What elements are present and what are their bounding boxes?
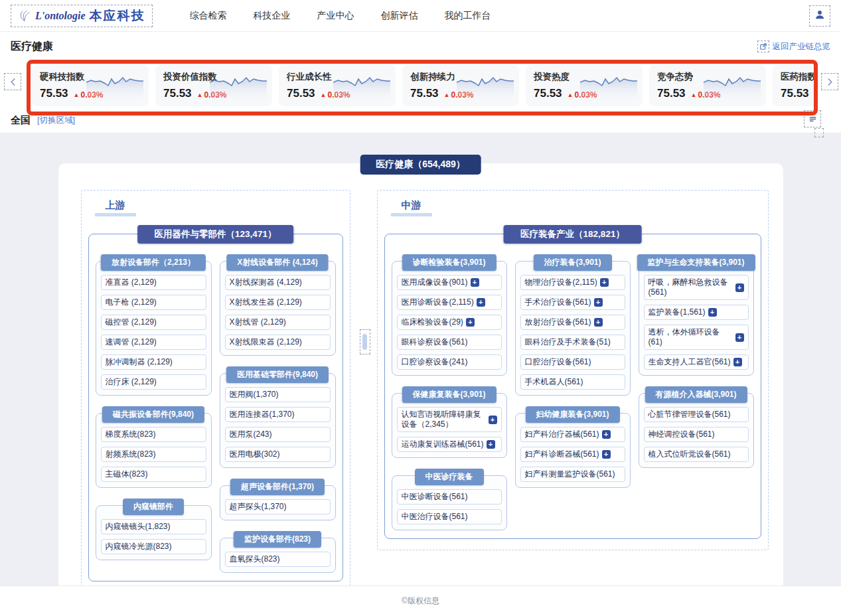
nav-menu-item[interactable]: 我的工作台 (445, 10, 491, 22)
chain-item[interactable]: 医用连接器(1,370) (225, 407, 331, 422)
chain-item[interactable]: X射线发生器 (2,129) (225, 295, 331, 310)
expand-icon[interactable]: + (466, 318, 475, 327)
chain-item[interactable]: 妇产科诊断器械(561)+ (520, 447, 625, 462)
nav-menu-item[interactable]: 产业中心 (317, 10, 354, 22)
expand-icon[interactable]: + (735, 333, 744, 342)
chain-item[interactable]: 内窥镜镜头(1,823) (101, 519, 206, 534)
chain-item[interactable]: 医用诊断设备(2,115)+ (397, 295, 502, 310)
chain-item[interactable]: 速调管 (2,129) (101, 335, 206, 350)
expand-icon[interactable]: + (471, 278, 479, 287)
metrics-scroll-left-button[interactable] (4, 73, 21, 90)
category-badge[interactable]: 治疗装备(3,901) (533, 254, 611, 271)
category-badge[interactable]: 监护与生命支持装备(3,901) (637, 254, 755, 271)
chain-item[interactable]: 医用泵(243) (225, 427, 331, 442)
chain-item[interactable]: 妇产科治疗器械(561)+ (520, 427, 625, 442)
category-badge[interactable]: 超声设备部件(1,370) (230, 479, 325, 495)
chain-item[interactable]: X射线探测器 (4,129) (225, 275, 331, 290)
chain-item[interactable]: 认知言语视听障碍康复设备（2,345）+ (397, 407, 502, 432)
chain-item[interactable]: 口腔治疗设备(561) (520, 354, 625, 370)
category-badge[interactable]: 诊断检验装备(3,901) (402, 254, 496, 271)
chain-item[interactable]: 电子枪 (2,129) (101, 295, 206, 310)
chain-item[interactable]: 射频系统(823) (101, 447, 206, 462)
chain-item[interactable]: 透析，体外循环设备(61)+ (644, 325, 749, 350)
metric-card[interactable]: 创新持续力75.53▲0.03% (402, 65, 519, 106)
chain-item[interactable]: X射线限束器 (2,129) (225, 335, 331, 350)
metrics-scroll-right-button[interactable] (821, 73, 838, 90)
chain-item[interactable]: 内窥镜冷光源(823) (101, 539, 206, 554)
chain-item-label: 超声探头(1,370) (230, 502, 287, 512)
category-badge[interactable]: 放射设备部件（2,213） (101, 254, 206, 271)
chain-item[interactable]: 放射治疗设备(561)+ (520, 315, 625, 330)
legend-toggle-button[interactable] (804, 110, 821, 127)
chain-item[interactable]: 呼吸，麻醉和急救设备(561)+ (644, 275, 749, 300)
chain-item[interactable]: 心脏节律管理设备(561) (644, 407, 749, 422)
category-badge[interactable]: 妇幼健康装备(3,901) (525, 406, 619, 423)
nav-menu-item[interactable]: 综合检索 (190, 10, 227, 22)
category-badge[interactable]: X射线设备部件 (4,124) (226, 254, 328, 271)
switch-region-link[interactable]: [切换区域] (37, 115, 75, 126)
category-badge[interactable]: 内窥镜部件 (123, 499, 184, 515)
nav-menu-item[interactable]: 创新评估 (381, 10, 418, 22)
chain-item[interactable]: 主磁体(823) (101, 467, 206, 482)
chain-item[interactable]: 中医诊断设备(561) (397, 489, 502, 504)
category-box: 监护设备部件(823)血氧探头(823) (220, 538, 336, 573)
chain-item[interactable]: 超声探头(1,370) (225, 499, 331, 514)
metric-card[interactable]: 行业成长性75.53▲0.03% (279, 65, 396, 106)
chain-item[interactable]: 中医治疗设备(561) (397, 509, 502, 524)
chain-item[interactable]: 妇产科测量监护设备(561) (520, 467, 625, 482)
chain-item[interactable]: 植入式位听觉设备(561) (644, 447, 749, 462)
category-badge[interactable]: 监护设备部件(823) (234, 531, 321, 548)
expand-icon[interactable]: + (489, 416, 497, 424)
chain-item[interactable]: 医用电极(302) (225, 447, 331, 462)
expand-icon[interactable]: + (477, 298, 485, 307)
chain-item[interactable]: X射线管 (2,129) (225, 315, 331, 330)
metric-card[interactable]: 医药指数75.53▲0.03% (773, 65, 818, 106)
metric-card[interactable]: 投资价值指数75.53▲0.03% (155, 65, 272, 106)
chain-item[interactable]: 临床检验设备(29)+ (397, 315, 502, 330)
chain-item[interactable]: 眼科治疗及手术装备(51) (520, 335, 625, 350)
chain-item[interactable]: 医用阀(1,370) (225, 387, 331, 402)
metric-card[interactable]: 竞争态势75.53▲0.03% (649, 65, 766, 106)
group-badge[interactable]: 医疗装备产业（182,821） (503, 225, 642, 244)
expand-icon[interactable]: + (733, 358, 742, 366)
metric-card[interactable]: 投资热度75.53▲0.03% (526, 65, 643, 106)
chain-item[interactable]: 眼科诊察设备(561) (397, 335, 502, 350)
expand-icon[interactable]: + (708, 308, 717, 317)
category-badge[interactable]: 中医诊疗装备 (415, 469, 484, 485)
chain-item[interactable]: 手术机器人(561) (520, 374, 625, 390)
chain-item[interactable]: 运动康复训练器械(561)+ (397, 437, 502, 452)
nav-menu-item[interactable]: 科技企业 (254, 10, 291, 22)
panel-collapse-handle[interactable] (360, 329, 370, 354)
metric-card[interactable]: 硬科技指数75.53▲0.03% (32, 65, 149, 106)
group-badge[interactable]: 医用器件与零部件（123,471） (137, 225, 294, 244)
expand-icon[interactable]: + (594, 298, 603, 307)
back-to-overview-link[interactable]: 返回产业链总览 (757, 40, 831, 52)
category-badge[interactable]: 有源植介入器械(3,901) (645, 386, 747, 403)
expand-icon[interactable]: + (602, 450, 611, 459)
chain-item[interactable]: 脉冲调制器 (2,129) (101, 354, 206, 370)
category-badge[interactable]: 保健康复装备(3,901) (402, 386, 496, 403)
chain-root-badge[interactable]: 医疗健康（654,489） (360, 155, 481, 175)
category-badge[interactable]: 医用基础零部件(9,840) (226, 366, 329, 383)
user-avatar-button[interactable] (809, 5, 830, 27)
chain-item[interactable]: 治疗床 (2,129) (101, 374, 206, 390)
chain-item[interactable]: 生命支持人工器官(561)+ (644, 354, 749, 370)
chain-item[interactable]: 神经调控设备(561) (644, 427, 749, 442)
chain-item[interactable]: 物理治疗设备(2,115)+ (520, 275, 625, 290)
category-badge[interactable]: 磁共振设备部件(9,840) (102, 406, 204, 423)
chain-item[interactable]: 口腔诊察设备(241) (397, 354, 502, 370)
chain-item[interactable]: 医用成像设备(901)+ (397, 275, 502, 290)
expand-icon[interactable]: + (600, 278, 609, 287)
expand-icon[interactable]: + (487, 440, 495, 449)
expand-icon[interactable]: + (735, 283, 744, 292)
chain-item[interactable]: 梯度系统(823) (101, 427, 206, 442)
chain-item[interactable]: 准直器 (2,129) (101, 275, 206, 290)
chain-item[interactable]: 监护装备(1,561)+ (644, 305, 749, 320)
expand-icon[interactable]: + (602, 430, 611, 439)
app-logo[interactable]: L'ontologie 本应科技 (11, 5, 153, 27)
chain-item[interactable]: 磁控管 (2,129) (101, 315, 206, 330)
expand-icon[interactable]: + (594, 318, 603, 327)
chain-item[interactable]: 手术治疗设备(561)+ (520, 295, 625, 310)
chain-item[interactable]: 血氧探头(823) (225, 552, 331, 567)
legend-sub-handle[interactable] (814, 128, 824, 137)
